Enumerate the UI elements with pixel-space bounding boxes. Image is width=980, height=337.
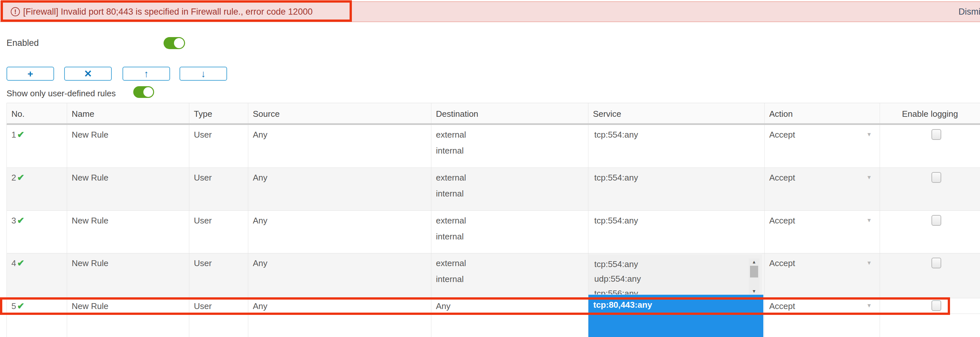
action-value: Accept [769,258,795,268]
check-icon: ✔ [17,216,24,225]
selected-service-value[interactable]: tcp:80,443:any [589,295,764,310]
action-dropdown[interactable]: Accept▼ [765,168,880,210]
error-banner: ! [Firewall] Invalid port 80;443 is spec… [0,1,980,22]
header-enable-logging: Enable logging [880,103,980,123]
destination-item: internal [436,274,588,284]
rule-number: 4 [11,258,16,268]
cell-name: New Rule [67,211,189,253]
enable-logging-checkbox[interactable] [931,215,941,226]
action-dropdown[interactable]: Accept▼ [765,253,880,298]
empty-cell [248,314,431,337]
empty-cell [765,314,880,337]
cell-no: 1✔ [7,125,67,168]
enable-logging-checkbox[interactable] [931,300,941,311]
header-service: Service [589,103,765,123]
action-value: Accept [769,130,795,139]
filter-label: Show only user-defined rules [6,89,116,98]
cell-name: New Rule [67,298,189,313]
cell-no: 3✔ [7,211,67,253]
check-icon: ✔ [17,130,24,139]
cell-destination: external internal [431,125,589,168]
action-dropdown[interactable]: Accept▼ [765,211,880,253]
chevron-down-icon[interactable]: ▼ [866,260,872,266]
header-action: Action [765,103,880,123]
user-defined-filter-toggle[interactable] [133,86,154,98]
header-destination: Destination [431,103,589,123]
service-list-item[interactable]: tcp:556:any [589,286,762,294]
chevron-down-icon[interactable]: ▼ [866,218,872,223]
scroll-up-icon[interactable]: ▲ [749,259,759,265]
action-value: Accept [769,173,795,182]
action-dropdown[interactable]: Accept▼ [765,298,880,313]
table-row[interactable]: 3✔ New Rule User Any external internal t… [6,211,980,253]
empty-cell [431,314,589,337]
chevron-down-icon[interactable]: ▼ [866,303,872,309]
firewall-rules-table: No. Name Type Source Destination Service… [6,103,980,337]
service-listbox[interactable]: tcp:554:any udp:554:any tcp:556:any [589,255,762,294]
check-icon: ✔ [17,258,24,268]
destination-item: internal [436,146,588,155]
table-row[interactable]: 4✔ New Rule User Any external internal t… [6,253,980,298]
table-row[interactable]: 1✔ New Rule User Any external internal t… [6,125,980,168]
cell-source: Any [248,168,431,210]
service-list-scrollbar[interactable]: ▲ ▼ [749,259,759,294]
cell-destination: external internal [431,168,589,210]
check-icon: ✔ [17,301,24,311]
cell-service-list: tcp:554:any udp:554:any tcp:556:any ▲ ▼ [589,253,765,298]
add-rule-button[interactable]: + [6,67,54,81]
destination-item: internal [436,232,588,241]
destination-item: external [436,173,588,182]
cell-no: 5✔ [7,298,67,313]
cell-no: 4✔ [7,253,67,298]
service-list-item[interactable]: tcp:554:any [589,257,762,272]
selected-service-cell[interactable]: tcp:80,443:any [589,295,764,337]
delete-rule-button[interactable]: ✕ [64,67,112,81]
destination-item: external [436,130,588,139]
error-icon: ! [11,7,20,16]
toggle-knob [174,38,184,48]
header-name: Name [67,103,189,123]
cell-type: User [189,211,248,253]
cell-destination: external internal [431,211,589,253]
cell-destination: Any [431,298,589,313]
scroll-down-icon[interactable]: ▼ [749,288,759,294]
table-row-selected[interactable]: 5✔ New Rule User Any Any Accept▼ [6,298,980,314]
cell-type: User [189,125,248,168]
error-message: [Firewall] Invalid port 80;443 is specif… [23,7,312,17]
table-row[interactable]: 2✔ New Rule User Any external internal t… [6,168,980,211]
cell-no: 2✔ [7,168,67,210]
dismiss-link[interactable]: Dismiss [958,7,980,17]
cell-enable-logging [880,168,980,210]
action-value: Accept [769,216,795,225]
chevron-down-icon[interactable]: ▼ [866,132,872,137]
cell-service: tcp:554:any [589,168,765,210]
service-list-item[interactable]: udp:554:any [589,272,762,286]
action-value: Accept [769,301,795,311]
destination-item: internal [436,189,588,198]
chevron-down-icon[interactable]: ▼ [866,175,872,180]
rule-number: 3 [11,216,16,225]
cell-name: New Rule [67,125,189,168]
cell-name: New Rule [67,253,189,298]
enabled-toggle[interactable] [164,37,185,49]
cell-source: Any [248,211,431,253]
move-rule-down-button[interactable]: ↓ [180,67,227,81]
enable-logging-checkbox[interactable] [931,129,941,140]
cell-type: User [189,253,248,298]
cell-service: tcp:554:any [589,125,765,168]
destination-item: external [436,216,588,225]
cell-enable-logging [880,253,980,298]
scrollbar-thumb[interactable] [750,266,758,277]
cell-enable-logging [880,298,980,313]
move-rule-up-button[interactable]: ↑ [123,67,170,81]
cell-enable-logging [880,211,980,253]
rule-number: 2 [11,173,16,182]
enable-logging-checkbox[interactable] [931,258,941,268]
cell-source: Any [248,253,431,298]
action-dropdown[interactable]: Accept▼ [765,125,880,168]
toggle-knob [143,87,153,97]
check-icon: ✔ [17,173,24,182]
cell-type: User [189,298,248,313]
cell-source: Any [248,125,431,168]
enable-logging-checkbox[interactable] [931,172,941,183]
